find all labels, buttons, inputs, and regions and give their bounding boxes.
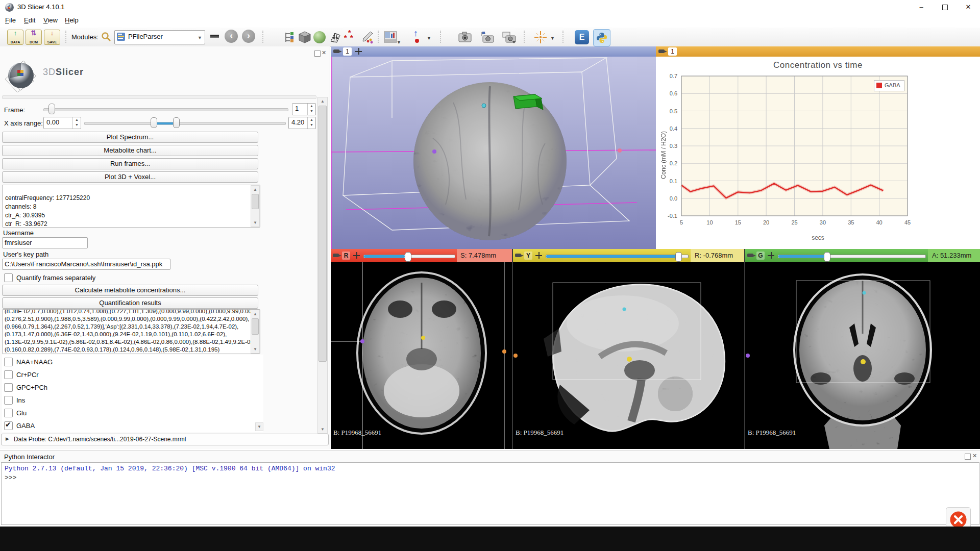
metabolite-checkbox-glu[interactable] <box>4 409 13 417</box>
save-button[interactable]: ↓ SAVE <box>44 30 60 45</box>
load-data-button[interactable]: ↑ DATA <box>7 30 23 45</box>
menu-edit[interactable]: Edit <box>24 16 35 24</box>
plot-spectrum-button[interactable]: Plot Spectrum... <box>2 132 258 143</box>
chart-legend[interactable]: GABA <box>874 80 904 91</box>
scroll-up-icon[interactable]: ▲ <box>251 310 259 318</box>
metabolite-checkbox-gaba[interactable] <box>4 421 13 430</box>
yellow-slice-slider[interactable] <box>546 255 689 258</box>
metabolite-checkbox-ins[interactable] <box>4 396 13 405</box>
username-input[interactable]: fmrsiuser <box>2 237 88 248</box>
scroll-down-icon[interactable]: ▼ <box>318 425 327 433</box>
metabolite-checkbox-cr[interactable] <box>4 370 13 379</box>
editor-sphere-icon[interactable] <box>313 31 326 43</box>
slice-menu-icon[interactable] <box>353 252 360 259</box>
close-button[interactable]: ✕ <box>957 0 980 14</box>
module-search-icon[interactable] <box>101 32 111 42</box>
slice-view-green[interactable]: G A: 51.233mm <box>744 249 980 449</box>
markups-icon[interactable]: * * * <box>344 31 357 44</box>
maximize-button[interactable] <box>933 0 957 14</box>
panel-close-icon[interactable]: ✕ <box>322 49 326 56</box>
menu-help[interactable]: Help <box>65 16 79 24</box>
slice-view-red[interactable]: R S: 7.478mm <box>331 249 512 449</box>
pin-icon[interactable] <box>333 49 339 53</box>
pin-icon[interactable] <box>333 254 339 257</box>
panel-splitter[interactable] <box>2 95 316 99</box>
crosshair-dropdown[interactable]: ▼ <box>550 36 555 41</box>
minimize-button[interactable]: – <box>910 0 933 14</box>
slice-menu-icon[interactable] <box>768 252 774 259</box>
extensions-manager-button[interactable]: E <box>575 30 589 44</box>
volume-cube-icon[interactable] <box>298 31 311 44</box>
screenshot-camera-icon[interactable] <box>458 31 472 43</box>
threed-view-tab[interactable]: 1 <box>343 47 352 56</box>
module-forward-button[interactable]: › <box>242 30 255 43</box>
panel-undock-icon[interactable] <box>314 51 321 57</box>
frame-spinbox[interactable]: 1 ▲▼ <box>292 103 316 115</box>
restore-scene-view-icon[interactable] <box>501 31 517 43</box>
keypath-input[interactable]: C:\Users\FranciscoMarcano\.ssh\fmrsiuser… <box>2 259 170 270</box>
sagittal-mri-image[interactable] <box>513 262 745 449</box>
spin-arrows[interactable]: ▲▼ <box>307 117 315 129</box>
python-console-button[interactable] <box>593 29 610 46</box>
spin-arrows[interactable]: ▲▼ <box>72 117 81 129</box>
xrange-handle-high[interactable] <box>173 117 180 128</box>
xrange-min-spinbox[interactable]: 0.00 ▲▼ <box>43 117 81 129</box>
metabolite-scrollbar[interactable]: ▼ <box>255 355 263 431</box>
plot-3d-voxel-button[interactable]: Plot 3D + Voxel... <box>2 171 258 183</box>
xrange-max-spinbox[interactable]: 4.20 ▲▼ <box>288 117 316 129</box>
transform-mesh-icon[interactable] <box>329 31 341 43</box>
metabolite-checkbox-naa[interactable] <box>4 358 13 366</box>
panel-scrollbar[interactable]: ▲ ▼ <box>317 97 328 434</box>
slice-view-yellow[interactable]: Y R: -0.768mm <box>512 249 745 449</box>
console-undock-icon[interactable] <box>965 454 971 460</box>
quantify-checkbox[interactable] <box>4 273 13 282</box>
layout-selector-button[interactable]: ▼ <box>384 31 399 44</box>
dicom-button[interactable]: ⇅ DCM <box>26 30 42 45</box>
scroll-down-icon[interactable]: ▼ <box>251 219 259 227</box>
results-scrollbar[interactable]: ▲ ▼ <box>251 310 260 354</box>
mouse-place-button[interactable]: ↑ <box>411 30 422 44</box>
scroll-up-icon[interactable]: ▲ <box>318 97 327 105</box>
menu-file[interactable]: File <box>5 16 16 24</box>
xrange-slider[interactable] <box>84 122 286 125</box>
results-textarea[interactable]: (8.38E-02,0.7,0.000),(1.012,0.74,1.008),… <box>2 309 260 354</box>
calculate-concentrations-button[interactable]: Calculate metabolite concentrations... <box>2 285 258 296</box>
scroll-up-icon[interactable]: ▲ <box>251 186 259 193</box>
green-slider-handle[interactable] <box>824 252 830 262</box>
metabolite-chart-button[interactable]: Metabolite chart... <box>2 145 258 156</box>
slice-menu-icon[interactable] <box>535 252 542 259</box>
pin-icon[interactable] <box>515 254 521 257</box>
info-scrollbar[interactable]: ▲ ▼ <box>251 185 260 227</box>
python-console[interactable]: Python 2.7.13 (default, Jan 15 2019, 22:… <box>1 462 979 525</box>
crosshair-button[interactable] <box>534 31 547 44</box>
red-slider-handle[interactable] <box>405 252 411 262</box>
module-back-button[interactable]: ‹ <box>225 30 238 43</box>
view-crosshair-icon[interactable] <box>355 48 362 55</box>
axial-mri-image[interactable] <box>331 262 512 449</box>
menu-view[interactable]: View <box>43 16 58 24</box>
coronal-mri-image[interactable] <box>745 262 980 449</box>
console-close-icon[interactable]: ✕ <box>972 453 977 459</box>
threed-view[interactable]: 1 <box>331 46 656 249</box>
run-frames-button[interactable]: Run frames... <box>2 158 258 169</box>
yellow-slider-handle[interactable] <box>675 252 682 262</box>
scroll-down-icon[interactable]: ▼ <box>255 422 263 431</box>
quantification-results-button[interactable]: Quantification results <box>2 297 258 309</box>
modules-combobox[interactable]: PFileParser ▼ <box>114 30 205 44</box>
place-mode-dropdown[interactable]: ▼ <box>427 36 431 41</box>
annotations-pen-icon[interactable] <box>360 31 374 44</box>
red-slice-slider[interactable] <box>363 255 455 258</box>
module-hierarchy-icon[interactable] <box>284 31 296 43</box>
modules-history-button[interactable] <box>210 35 219 38</box>
frame-slider-handle[interactable] <box>48 104 55 114</box>
chart-view[interactable]: 1 Concentration vs time 5101520253035404… <box>656 46 980 249</box>
spin-arrows[interactable]: ▲▼ <box>307 104 315 115</box>
scroll-down-icon[interactable]: ▼ <box>251 345 259 353</box>
scene-view-camera-icon[interactable] <box>480 31 494 43</box>
pin-icon[interactable] <box>747 254 753 257</box>
frame-slider[interactable] <box>43 108 288 111</box>
green-slice-slider[interactable] <box>778 255 926 258</box>
xrange-handle-low[interactable] <box>151 117 157 128</box>
threed-canvas[interactable] <box>331 57 656 249</box>
data-probe-bar[interactable]: ▶ Data Probe: C:/dev/1.namic/scenes/ti..… <box>1 434 329 445</box>
